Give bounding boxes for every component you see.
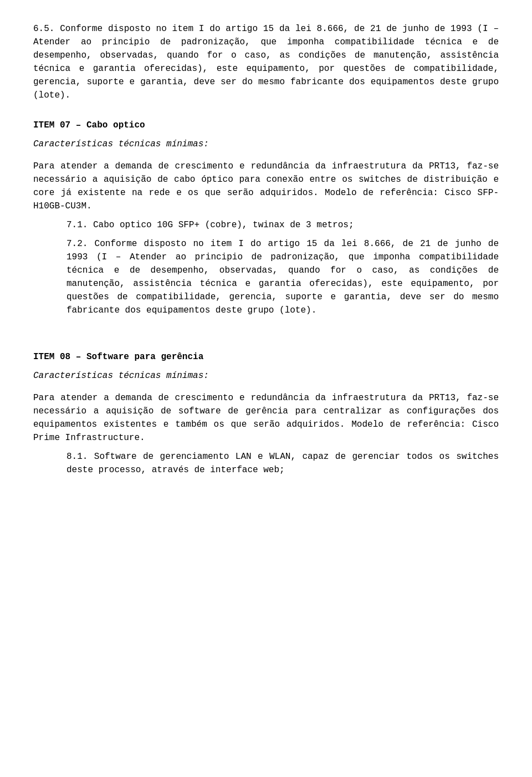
item07-heading: ITEM 07 – Cabo optico xyxy=(33,119,499,132)
item07-characteristics-label: Características técnicas mínimas: xyxy=(33,137,499,151)
intro-paragraph: 6.5. Conforme disposto no item I do arti… xyxy=(33,22,499,102)
item07-paragraph: Para atender a demanda de crescimento e … xyxy=(33,160,499,213)
item07-sub-item-2-text: 7.2. Conforme disposto no item I do arti… xyxy=(66,237,499,317)
main-content: 6.5. Conforme disposto no item I do arti… xyxy=(33,22,499,477)
item07-sub-item-1-text: 7.1. Cabo optico 10G SFP+ (cobre), twina… xyxy=(66,218,499,232)
item08-sub-item-1-text: 8.1. Software de gerenciamento LAN e WLA… xyxy=(66,450,499,477)
item08-section: ITEM 08 – Software para gerência Caracte… xyxy=(33,350,499,477)
item07-sub-item-2: 7.2. Conforme disposto no item I do arti… xyxy=(66,237,499,317)
item07-sub-item-1: 7.1. Cabo optico 10G SFP+ (cobre), twina… xyxy=(66,218,499,232)
item08-paragraph: Para atender a demanda de crescimento e … xyxy=(33,391,499,444)
item08-characteristics-label: Características técnicas mínimas: xyxy=(33,369,499,382)
item08-heading: ITEM 08 – Software para gerência xyxy=(33,350,499,364)
item08-sub-item-1: 8.1. Software de gerenciamento LAN e WLA… xyxy=(66,450,499,477)
item07-section: ITEM 07 – Cabo optico Características té… xyxy=(33,119,499,317)
